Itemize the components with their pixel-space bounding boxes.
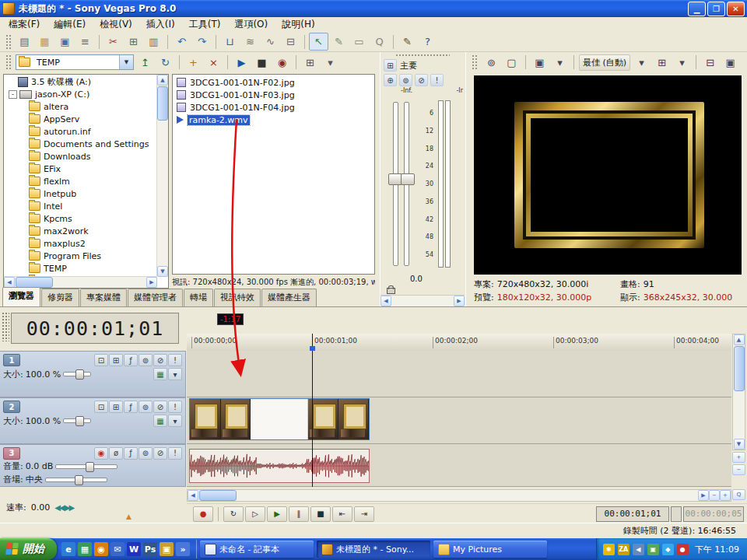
- scroll-down-icon[interactable]: ▼: [157, 266, 168, 277]
- play-button[interactable]: ▶: [267, 506, 287, 522]
- mail-icon[interactable]: ✉: [110, 542, 124, 556]
- zoom-edit-tool-icon[interactable]: Q: [370, 33, 389, 51]
- start-button[interactable]: 開始: [0, 538, 57, 560]
- file-item[interactable]: 3DCG1-001-01N-F04.jpg: [173, 101, 374, 114]
- scroll-right-icon[interactable]: ▶: [698, 490, 709, 501]
- scrollbar-thumb[interactable]: [734, 346, 745, 391]
- mute-icon[interactable]: ⊘: [153, 401, 167, 413]
- timeline-horizontal-scrollbar[interactable]: ◀ ▶ − +: [187, 489, 731, 502]
- timeline-vertical-scrollbar[interactable]: ▲ ▼: [732, 334, 745, 450]
- rate-scrub-control[interactable]: ◀◀ ▶▶: [54, 503, 73, 512]
- fader-handle[interactable]: [401, 173, 415, 185]
- tab-7[interactable]: 媒體產生器: [261, 289, 317, 306]
- track-number[interactable]: 3: [3, 447, 20, 460]
- envelope-edit-tool-icon[interactable]: ✎: [329, 33, 349, 51]
- new-folder-icon[interactable]: +: [184, 54, 203, 72]
- antivirus-icon[interactable]: ●: [677, 544, 689, 555]
- zoom-out-track-height-button[interactable]: −: [732, 464, 745, 475]
- tree-item[interactable]: Intel: [4, 200, 157, 212]
- tree-item[interactable]: Documents and Settings: [4, 138, 157, 150]
- scroll-right-icon[interactable]: ▶: [454, 296, 465, 306]
- tree-expander-icon[interactable]: -: [9, 90, 17, 99]
- slider-knob[interactable]: [75, 369, 84, 380]
- scrollbar-thumb[interactable]: [157, 86, 168, 121]
- zoom-in-time-button[interactable]: +: [720, 490, 731, 501]
- undo-icon[interactable]: ↶: [172, 33, 191, 51]
- auto-preview-icon[interactable]: ◉: [272, 54, 292, 72]
- auto-ripple-icon[interactable]: ≋: [240, 33, 260, 51]
- pause-button[interactable]: ∥: [289, 506, 309, 522]
- mixer-scrollbar[interactable]: ◀ ▶: [381, 295, 465, 306]
- edit-cursor-head[interactable]: [310, 346, 315, 351]
- close-button[interactable]: ✕: [727, 2, 745, 16]
- tab-1[interactable]: 瀏覽器: [2, 287, 40, 306]
- menu-item[interactable]: 工具(T): [182, 16, 228, 33]
- track-fx-icon[interactable]: ƒ: [124, 354, 138, 366]
- solo-icon[interactable]: !: [168, 447, 182, 460]
- network-icon[interactable]: ▣: [647, 544, 659, 555]
- slider-knob[interactable]: [75, 475, 83, 485]
- menu-item[interactable]: 插入(I): [139, 16, 182, 33]
- record-button[interactable]: ●: [193, 506, 213, 522]
- scroll-left-icon[interactable]: ◀: [4, 277, 15, 288]
- menu-item[interactable]: 選項(O): [227, 16, 275, 33]
- tree-item[interactable]: maxplus2: [4, 237, 157, 250]
- track-lanes[interactable]: [187, 351, 731, 487]
- delete-icon[interactable]: ×: [204, 54, 223, 72]
- normal-edit-tool-icon[interactable]: ↖: [309, 33, 328, 51]
- track-size-slider[interactable]: [63, 372, 91, 376]
- tab-5[interactable]: 轉場: [184, 289, 213, 306]
- up-one-level-icon[interactable]: ↥: [135, 54, 155, 72]
- play-from-start-button[interactable]: ▷: [245, 506, 265, 522]
- marker-bar[interactable]: [187, 307, 731, 334]
- zoom-out-time-button[interactable]: −: [709, 490, 720, 501]
- automation-settings-icon[interactable]: ⊚: [139, 354, 153, 366]
- track-volume-slider[interactable]: [55, 464, 117, 469]
- toolbar-grip[interactable]: [5, 34, 12, 50]
- media-player-icon[interactable]: ◉: [94, 542, 108, 556]
- menu-item[interactable]: 檢視(V): [93, 16, 139, 33]
- tree-item[interactable]: Program Files: [4, 250, 157, 262]
- audio-event[interactable]: [189, 449, 370, 483]
- insert-fx-icon[interactable]: ⊚: [399, 74, 412, 86]
- copy-icon[interactable]: ⊞: [124, 33, 143, 51]
- stop-preview-icon[interactable]: ■: [252, 54, 272, 72]
- track-size-slider[interactable]: [63, 418, 91, 423]
- views-icon[interactable]: ⊞: [300, 54, 320, 72]
- tree-item[interactable]: altera: [4, 100, 157, 113]
- rate-marker-icon[interactable]: ▲: [126, 513, 132, 520]
- solo-icon[interactable]: !: [168, 354, 182, 366]
- scrollbar-thumb[interactable]: [199, 490, 237, 501]
- messenger-icon[interactable]: ◆: [662, 544, 674, 555]
- mute-output-icon[interactable]: ⊘: [415, 74, 428, 86]
- file-item[interactable]: 3DCG1-001-01N-F03.jpg: [173, 89, 374, 101]
- file-item[interactable]: ramka-2.wmv: [173, 114, 374, 126]
- slider-knob[interactable]: [86, 462, 94, 472]
- file-item[interactable]: 3DCG1-001-01N-F02.jpg: [173, 76, 374, 89]
- lock-icon[interactable]: [387, 288, 395, 294]
- grid-dropdown-arrow-icon[interactable]: ▾: [672, 54, 692, 72]
- copy-snapshot-icon[interactable]: ⊟: [700, 54, 720, 72]
- bypass-motion-blur-icon[interactable]: ⊡: [94, 354, 108, 366]
- tree-item[interactable]: -jason-XP (C:): [4, 88, 157, 100]
- scroll-left-icon[interactable]: ◀: [381, 296, 391, 306]
- cursor-timecode-display[interactable]: 00:00:01;01: [11, 313, 179, 344]
- dim-output-icon[interactable]: !: [430, 74, 444, 86]
- selection-edit-tool-icon[interactable]: ▭: [349, 33, 369, 51]
- open-icon[interactable]: ▦: [35, 33, 54, 51]
- save-snapshot-icon[interactable]: ▣: [721, 54, 740, 72]
- parent-composite-icon[interactable]: ▾: [168, 368, 182, 380]
- insert-bus-icon[interactable]: ⊕: [384, 74, 397, 86]
- track-number[interactable]: 2: [3, 401, 20, 413]
- photoshop-icon[interactable]: Ps: [143, 542, 157, 556]
- save-icon[interactable]: ▣: [55, 33, 75, 51]
- go-to-end-button[interactable]: ⇥: [354, 506, 374, 522]
- panel-grip[interactable]: [2, 312, 9, 341]
- script-icon[interactable]: ✎: [398, 33, 417, 51]
- new-project-icon[interactable]: ▤: [15, 33, 34, 51]
- taskbar-clock[interactable]: 下午 11:09: [695, 544, 739, 555]
- tree-item[interactable]: autorun.inf: [4, 125, 157, 138]
- track-header-1[interactable]: 1 ⊡⊞ƒ⊚⊘! 大小: 100.0 % ▦▾: [0, 351, 186, 397]
- ie-icon[interactable]: e: [61, 542, 75, 556]
- automation-settings-icon[interactable]: ⊚: [139, 401, 153, 413]
